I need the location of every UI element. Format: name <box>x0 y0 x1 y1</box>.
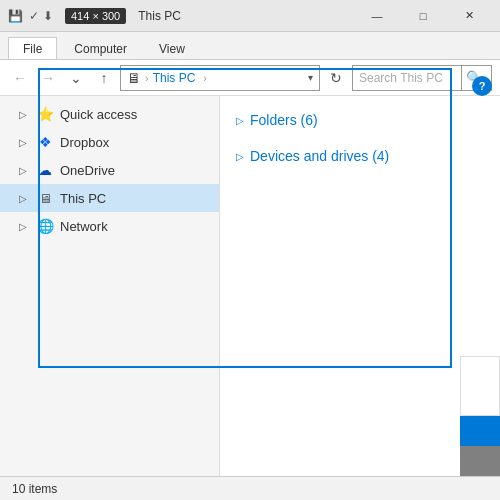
quick-access-label: Quick access <box>60 107 137 122</box>
expand-onedrive-icon: ▷ <box>16 165 30 176</box>
dropbox-icon: ❖ <box>36 133 54 151</box>
this-pc-icon: 🖥 <box>36 189 54 207</box>
help-button[interactable]: ? <box>472 76 492 96</box>
network-label: Network <box>60 219 108 234</box>
folders-section-title: Folders (6) <box>250 112 318 128</box>
drives-section: ▷ Devices and drives (4) <box>236 148 484 164</box>
panel-gray <box>460 446 500 476</box>
quick-access-icon: ⭐ <box>36 105 54 123</box>
sidebar-item-quick-access[interactable]: ▷ ⭐ Quick access <box>0 100 219 128</box>
address-bar: ← → ⌄ ↑ 🖥 › This PC › ▾ ↻ Search This PC… <box>0 60 500 96</box>
ribbon-tabs: File Computer View <box>0 32 500 60</box>
sidebar-item-this-pc[interactable]: ▷ 🖥 This PC <box>0 184 219 212</box>
sidebar: ▷ ⭐ Quick access ▷ ❖ Dropbox ▷ ☁ OneDriv… <box>0 96 220 476</box>
network-icon: 🌐 <box>36 217 54 235</box>
maximize-button[interactable]: □ <box>400 0 446 32</box>
item-count: 10 items <box>12 482 57 496</box>
up-button[interactable]: ↑ <box>92 66 116 90</box>
sidebar-item-network[interactable]: ▷ 🌐 Network <box>0 212 219 240</box>
drives-section-header[interactable]: ▷ Devices and drives (4) <box>236 148 484 164</box>
expand-network-icon: ▷ <box>16 221 30 232</box>
panel-blue <box>460 416 500 446</box>
minimize-button[interactable]: — <box>354 0 400 32</box>
expand-button[interactable]: ⌄ <box>64 66 88 90</box>
tab-view[interactable]: View <box>144 37 200 59</box>
main-pane: ▷ Folders (6) ▷ Devices and drives (4) <box>220 96 500 476</box>
address-path[interactable]: 🖥 › This PC › ▾ <box>120 65 320 91</box>
refresh-button[interactable]: ↻ <box>324 66 348 90</box>
this-pc-label: This PC <box>60 191 106 206</box>
expand-quick-access-icon: ▷ <box>16 109 30 120</box>
search-box[interactable]: Search This PC 🔍 <box>352 65 492 91</box>
expand-dropbox-icon: ▷ <box>16 137 30 148</box>
folders-expand-icon: ▷ <box>236 115 244 126</box>
folders-section-header[interactable]: ▷ Folders (6) <box>236 112 484 128</box>
tab-file[interactable]: File <box>8 37 57 59</box>
panel-white <box>460 356 500 416</box>
address-dropdown-arrow[interactable]: ▾ <box>308 72 313 83</box>
drives-section-title: Devices and drives (4) <box>250 148 389 164</box>
folders-section: ▷ Folders (6) <box>236 112 484 128</box>
explorer-window: 💾 ✓ ⬇ 414 × 300 This PC — □ ✕ File Compu… <box>0 0 500 500</box>
path-icon: 🖥 <box>127 70 141 86</box>
dimension-badge: 414 × 300 <box>65 8 126 24</box>
forward-button[interactable]: → <box>36 66 60 90</box>
window-title: This PC <box>138 9 181 23</box>
content-area: ▷ ⭐ Quick access ▷ ❖ Dropbox ▷ ☁ OneDriv… <box>0 96 500 476</box>
title-bar-left: 💾 ✓ ⬇ 414 × 300 This PC <box>8 8 181 24</box>
onedrive-icon: ☁ <box>36 161 54 179</box>
close-button[interactable]: ✕ <box>446 0 492 32</box>
path-label: This PC <box>153 71 196 85</box>
status-bar: 10 items <box>0 476 500 500</box>
onedrive-label: OneDrive <box>60 163 115 178</box>
sidebar-item-dropbox[interactable]: ▷ ❖ Dropbox <box>0 128 219 156</box>
search-label: Search This PC <box>359 71 457 85</box>
title-controls: — □ ✕ <box>354 0 492 32</box>
dropbox-label: Dropbox <box>60 135 109 150</box>
path-separator-2: › <box>203 72 207 84</box>
sidebar-item-onedrive[interactable]: ▷ ☁ OneDrive <box>0 156 219 184</box>
drives-expand-icon: ▷ <box>236 151 244 162</box>
back-button[interactable]: ← <box>8 66 32 90</box>
title-bar: 💾 ✓ ⬇ 414 × 300 This PC — □ ✕ <box>0 0 500 32</box>
bottom-panels <box>460 356 500 476</box>
tab-computer[interactable]: Computer <box>59 37 142 59</box>
path-separator: › <box>145 72 149 84</box>
expand-this-pc-icon: ▷ <box>16 193 30 204</box>
